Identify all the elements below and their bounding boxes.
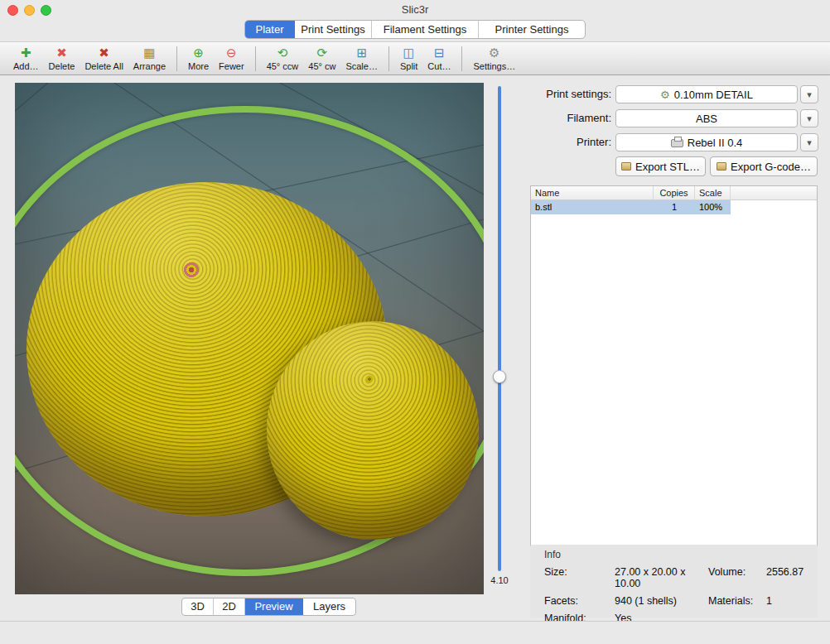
scale-button[interactable]: ⊞ Scale…: [340, 46, 383, 72]
printer-dropdown-button[interactable]: ▾: [800, 133, 818, 151]
toolbar-separator: [388, 46, 389, 71]
print-settings-dropdown-button[interactable]: ▾: [800, 85, 818, 103]
scale-label: Scale…: [345, 61, 378, 71]
rotate-ccw-label: 45° ccw: [267, 61, 299, 71]
more-label: More: [188, 61, 209, 71]
tab-2d[interactable]: 2D: [214, 598, 245, 615]
chevron-down-icon: ▾: [807, 113, 812, 124]
export-box-icon: [717, 162, 726, 171]
column-name[interactable]: Name: [531, 186, 654, 199]
small-dome-apex: [365, 375, 374, 383]
layer-slider-thumb[interactable]: [493, 370, 506, 383]
rotate-ccw-button[interactable]: ⟲ 45° ccw: [262, 46, 304, 72]
object-scale-cell: 100%: [695, 200, 731, 214]
add-icon: ✚: [21, 46, 31, 60]
info-title: Info: [544, 549, 561, 560]
tab-printer-settings[interactable]: Printer Settings: [479, 21, 585, 38]
printer-icon: [671, 139, 683, 147]
layer-slider-value: 4.10: [485, 575, 514, 585]
add-button[interactable]: ✚ Add…: [8, 46, 44, 72]
rotate-cw-icon: ⟳: [317, 46, 328, 60]
tab-preview[interactable]: Preview: [245, 598, 303, 615]
arrange-button[interactable]: ▦ Arrange: [128, 46, 171, 72]
manifold-value: Yes: [615, 613, 708, 624]
print-settings-select[interactable]: ⚙ 0.10mm DETAIL: [615, 85, 798, 103]
view-tab-bar: 3D 2D Preview Layers: [181, 598, 356, 616]
fewer-label: Fewer: [219, 61, 244, 71]
window-bottom-divider: [0, 621, 830, 622]
delete-button[interactable]: ✖ Delete: [44, 46, 80, 72]
model-dome-small[interactable]: [267, 321, 479, 540]
fewer-button[interactable]: ⊖ Fewer: [214, 46, 249, 72]
object-list: Name Copies Scale b.stl 1 100%: [530, 185, 818, 547]
info-grid: Size: 27.00 x 20.00 x 10.00 Volume: 2556…: [544, 566, 813, 624]
fewer-icon: ⊖: [226, 46, 237, 60]
gear-icon: ⚙: [660, 89, 670, 101]
object-settings-button[interactable]: ⚙ Settings…: [468, 46, 520, 72]
export-gcode-button[interactable]: Export G-code…: [710, 156, 818, 176]
column-scale[interactable]: Scale: [695, 186, 731, 199]
toolbar-separator: [176, 46, 177, 71]
facets-label: Facets:: [544, 595, 615, 607]
more-button[interactable]: ⊕ More: [183, 46, 214, 72]
toolbar: ✚ Add… ✖ Delete ✖ Delete All ▦ Arrange ⊕…: [0, 41, 830, 75]
filament-dropdown-button[interactable]: ▾: [800, 109, 818, 127]
scale-icon: ⊞: [356, 46, 367, 60]
delete-all-label: Delete All: [84, 61, 123, 71]
window-title: Slic3r: [0, 0, 830, 20]
arrange-icon: ▦: [143, 46, 155, 60]
more-icon: ⊕: [193, 46, 204, 60]
delete-icon: ✖: [56, 46, 67, 60]
tab-print-settings[interactable]: Print Settings: [295, 21, 372, 38]
split-label: Split: [400, 61, 417, 71]
toolbar-separator: [461, 46, 462, 71]
object-copies-cell: 1: [654, 200, 695, 214]
rotate-ccw-icon: ⟲: [277, 46, 288, 60]
printer-value: Rebel II 0.4: [688, 137, 743, 149]
cut-button[interactable]: ⊟ Cut…: [422, 46, 456, 72]
split-button[interactable]: ◫ Split: [395, 46, 422, 72]
rotate-cw-button[interactable]: ⟳ 45° cw: [303, 46, 340, 72]
delete-label: Delete: [49, 61, 75, 71]
export-stl-label: Export STL…: [635, 161, 700, 173]
size-label: Size:: [544, 566, 615, 589]
slic3r-window: Slic3r Plater Print Settings Filament Se…: [0, 0, 830, 644]
layer-slider-track[interactable]: [498, 86, 501, 571]
object-list-header: Name Copies Scale: [531, 186, 817, 200]
object-name-cell: b.stl: [531, 200, 654, 214]
printer-select[interactable]: Rebel II 0.4: [615, 133, 798, 151]
size-value: 27.00 x 20.00 x 10.00: [615, 566, 708, 589]
delete-all-button[interactable]: ✖ Delete All: [80, 46, 128, 72]
manifold-label: Manifold:: [544, 613, 615, 624]
facets-value: 940 (1 shells): [615, 595, 708, 607]
main-tab-bar: Plater Print Settings Filament Settings …: [244, 20, 586, 39]
add-label: Add…: [13, 61, 39, 71]
toolbar-separator: [255, 46, 256, 71]
tab-plater[interactable]: Plater: [245, 21, 295, 38]
titlebar: Slic3r: [0, 0, 830, 20]
tab-layers[interactable]: Layers: [303, 598, 355, 615]
column-filler: [731, 186, 817, 199]
arrange-label: Arrange: [133, 61, 166, 71]
split-icon: ◫: [403, 46, 415, 60]
settings-icon: ⚙: [489, 46, 499, 60]
rotate-cw-label: 45° cw: [308, 61, 335, 71]
volume-label: Volume:: [708, 566, 766, 589]
export-gcode-label: Export G-code…: [731, 161, 811, 173]
tab-3d[interactable]: 3D: [182, 598, 214, 615]
model-apex-rings: [181, 259, 202, 281]
materials-label: Materials:: [708, 595, 766, 607]
materials-value: 1: [766, 595, 813, 607]
3d-viewport[interactable]: [15, 83, 484, 594]
tab-filament-settings[interactable]: Filament Settings: [372, 21, 479, 38]
print-settings-label: Print settings:: [514, 85, 611, 103]
print-settings-value: 0.10mm DETAIL: [674, 89, 753, 101]
table-row[interactable]: b.stl 1 100%: [531, 200, 817, 214]
cut-label: Cut…: [427, 61, 451, 71]
export-stl-button[interactable]: Export STL…: [615, 156, 706, 176]
filament-select[interactable]: ABS: [615, 109, 798, 127]
column-copies[interactable]: Copies: [654, 186, 695, 199]
chevron-down-icon: ▾: [807, 137, 812, 148]
volume-value: 2556.87: [766, 566, 813, 589]
filament-label: Filament:: [514, 109, 611, 127]
